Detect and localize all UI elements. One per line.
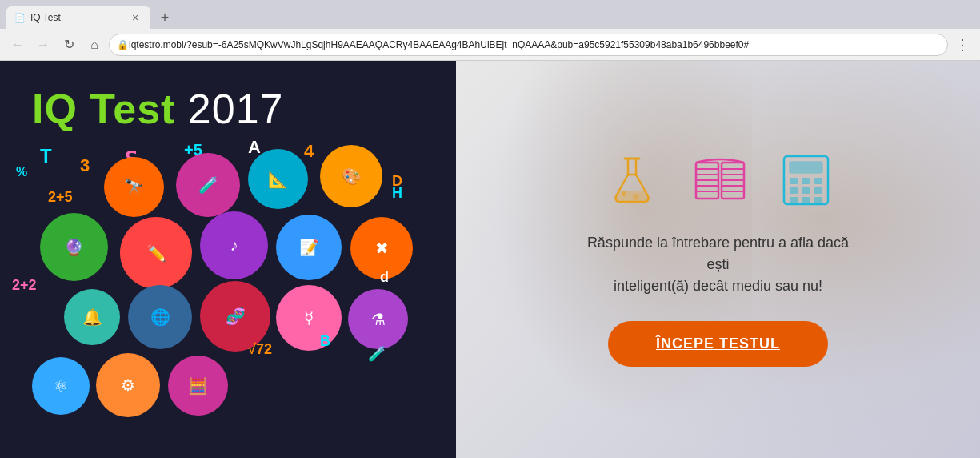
description-text: Răspunde la întrebare pentru a afla dacă… [574,232,862,297]
back-icon: ← [11,38,24,52]
title-year: 2017 [188,86,284,132]
home-button[interactable]: ⌂ [83,34,106,56]
address-input[interactable] [109,34,948,56]
new-tab-button[interactable]: + [154,6,176,29]
page-title: IQ Test 2017 [32,85,284,133]
sc-7: 🧪 [368,345,386,363]
circle-15: ⚛ [32,357,90,415]
circles-container: 🔭 🧪 📐 🎨 🔮 ✏️ ♪ 📝 ✖ 🔔 🌐 🧬 ☿ ⚗ ⚛ ⚙ 🧮 2+5 H… [0,141,456,458]
svg-rect-18 [790,162,822,173]
svg-point-4 [633,194,639,200]
book-icon [692,155,748,207]
back-button[interactable]: ← [6,34,29,56]
svg-rect-24 [814,187,822,194]
sc-6: B [320,333,330,350]
flask-icon [604,152,660,208]
tab-page-icon: 📄 [14,13,26,23]
circle-7: ♪ [200,211,268,279]
forward-icon: → [37,38,50,52]
browser-menu-button[interactable]: ⋮ [951,34,974,56]
circle-6: ✏️ [120,217,192,289]
browser-chrome: 📄 IQ Test × + ← → ↻ ⌂ 🔒 ⋮ [0,0,980,61]
svg-rect-19 [790,178,798,184]
circle-4: 🎨 [320,145,382,207]
sc-1: 2+5 [48,189,73,206]
active-tab[interactable]: 📄 IQ Test × [6,6,150,29]
start-test-button[interactable]: ÎNCEPE TESTUL [608,321,828,367]
sc-3: 2+2 [12,277,37,294]
sc-2: H [392,185,402,202]
icons-row [604,152,832,208]
svg-rect-25 [790,197,798,203]
circle-8: 📝 [276,215,342,280]
circle-17: 🧮 [168,356,228,416]
refresh-icon: ↻ [64,37,74,52]
forward-button[interactable]: → [32,34,54,56]
svg-rect-23 [802,187,810,194]
svg-rect-26 [802,197,810,203]
svg-rect-20 [802,178,810,184]
svg-point-3 [622,191,626,196]
circle-11: 🌐 [128,285,192,349]
page-content: IQ Test 2017 T 3 Ɛ +5 A 4 P % D 🔭 🧪 📐 🎨 … [0,61,980,458]
right-content: Răspunde la întrebare pentru a afla dacă… [558,136,878,383]
tab-title: IQ Test [30,12,61,23]
tab-close-button[interactable]: × [128,10,142,25]
svg-rect-22 [790,187,798,194]
circle-14: ⚗ [348,289,408,349]
home-icon: ⌂ [90,38,98,52]
calculator-icon [780,152,832,208]
address-bar-row: ← → ↻ ⌂ 🔒 ⋮ [0,29,980,61]
svg-rect-21 [814,178,822,184]
sc-5: √72 [248,341,272,358]
circle-5: 🔮 [40,213,108,281]
menu-icon: ⋮ [955,36,970,54]
lock-icon: 🔒 [117,39,129,50]
circle-16: ⚙ [96,353,160,417]
right-panel: Răspunde la întrebare pentru a afla dacă… [456,61,980,458]
circle-2: 🧪 [176,153,240,217]
circle-13: ☿ [276,285,342,351]
circle-3: 📐 [248,149,308,209]
refresh-button[interactable]: ↻ [58,34,80,56]
sc-4: d [380,269,389,286]
svg-rect-27 [814,197,822,203]
left-panel: IQ Test 2017 T 3 Ɛ +5 A 4 P % D 🔭 🧪 📐 🎨 … [0,61,456,458]
circle-10: 🔔 [64,289,120,345]
title-iq: IQ Test [32,86,175,132]
circle-1: 🔭 [104,157,164,217]
tab-bar: 📄 IQ Test × + [0,0,980,29]
